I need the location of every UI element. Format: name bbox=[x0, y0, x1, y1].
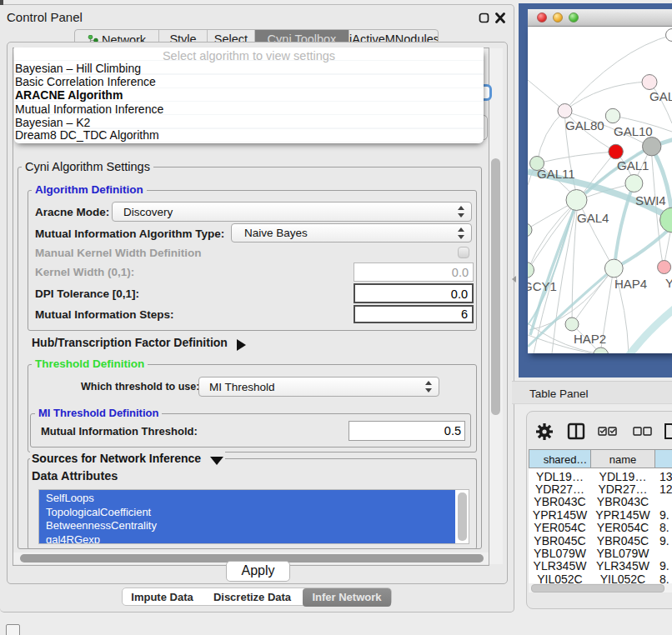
svg-text:GAL4: GAL4 bbox=[577, 211, 609, 225]
svg-text:HAP2: HAP2 bbox=[574, 332, 606, 346]
svg-text:SWI4: SWI4 bbox=[635, 193, 666, 208]
svg-text:GCY1: GCY1 bbox=[528, 279, 557, 293]
svg-text:GAL80: GAL80 bbox=[565, 118, 604, 132]
svg-text:HAP4: HAP4 bbox=[614, 277, 647, 291]
svg-text:GAL1: GAL1 bbox=[617, 158, 649, 172]
svg-text:GAL: GAL bbox=[649, 89, 672, 103]
svg-text:Y: Y bbox=[665, 276, 672, 290]
svg-text:GAL11: GAL11 bbox=[537, 167, 575, 181]
svg-text:GAL10: GAL10 bbox=[614, 124, 653, 138]
